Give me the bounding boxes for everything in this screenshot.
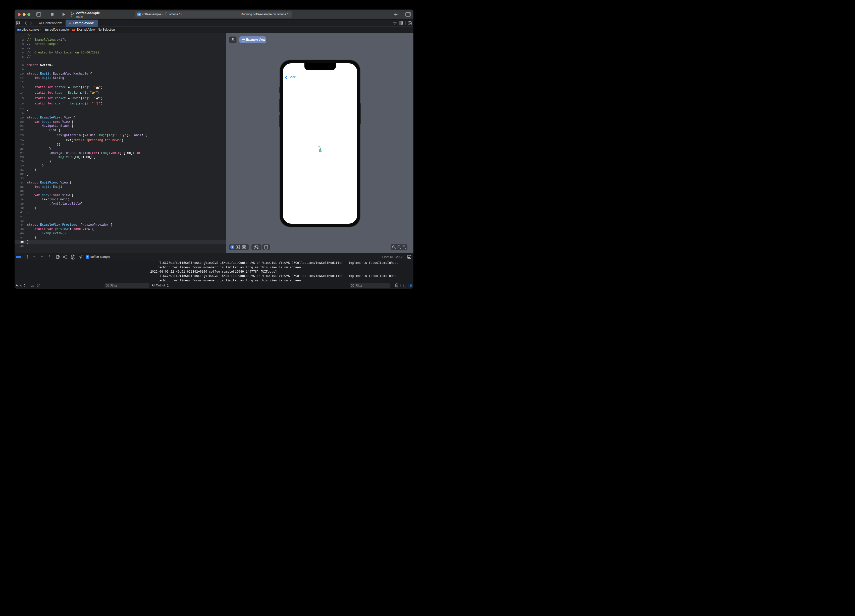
svg-text:1: 1 — [398, 246, 399, 248]
